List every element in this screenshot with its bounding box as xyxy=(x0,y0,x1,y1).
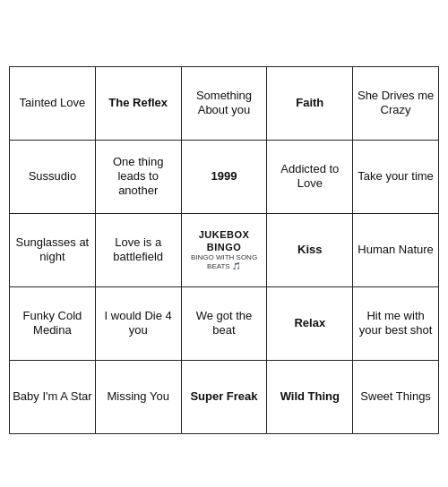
cell-2-1: Love is a battlefield xyxy=(95,213,181,286)
cell-1-0: Sussudio xyxy=(10,140,96,213)
cell-0-2: Something About you xyxy=(181,66,267,140)
cell-2-0: Sunglasses at night xyxy=(10,213,96,286)
cell-4-4: Sweet Things xyxy=(353,360,439,433)
cell-4-2: Super Freak xyxy=(181,360,267,433)
cell-1-1: One thing leads to another xyxy=(95,140,181,213)
cell-0-3: Faith xyxy=(267,66,353,140)
cell-1-3: Addicted to Love xyxy=(267,140,353,213)
cell-0-1: The Reflex xyxy=(95,66,181,140)
cell-4-1: Missing You xyxy=(95,360,181,433)
bingo-card: Tainted LoveThe ReflexSomething About yo… xyxy=(9,54,439,434)
cell-2-2: JUKEBOX BINGOBINGO WITH SONG BEATS 🎵 xyxy=(181,213,267,286)
cell-3-3: Relax xyxy=(267,286,353,360)
cell-4-0: Baby I'm A Star xyxy=(10,360,96,433)
cell-3-0: Funky Cold Medina xyxy=(10,286,96,360)
cell-2-3: Kiss xyxy=(267,213,353,286)
cell-3-2: We got the beat xyxy=(181,286,267,360)
cell-3-4: Hit me with your best shot xyxy=(353,286,439,360)
cell-0-0: Tainted Love xyxy=(10,66,96,140)
card-title xyxy=(9,54,439,66)
cell-3-1: I would Die 4 you xyxy=(95,286,181,360)
cell-2-4: Human Nature xyxy=(353,213,439,286)
cell-1-2: 1999 xyxy=(181,140,267,213)
cell-1-4: Take your time xyxy=(353,140,439,213)
cell-0-4: She Drives me Crazy xyxy=(353,66,439,140)
cell-4-3: Wild Thing xyxy=(267,360,353,433)
bingo-grid: Tainted LoveThe ReflexSomething About yo… xyxy=(9,66,439,434)
